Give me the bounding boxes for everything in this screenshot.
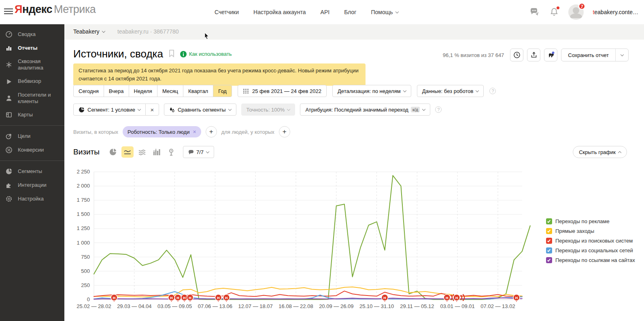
- legend-item-2[interactable]: Переходы из поисковых систем: [546, 238, 635, 244]
- how-to-use-link[interactable]: Как использовать: [180, 51, 232, 57]
- legend-label: Переходы по ссылкам на сайтах: [555, 257, 635, 263]
- legend-checkbox-icon[interactable]: [546, 238, 552, 244]
- account-name[interactable]: teabakery.conte…: [593, 9, 638, 15]
- chart-type-map-icon[interactable]: [165, 146, 177, 158]
- sidebar-item-target[interactable]: Цели: [0, 129, 64, 143]
- chart-type-line-icon[interactable]: [121, 146, 134, 158]
- chart-type-columns-icon[interactable]: [151, 146, 163, 158]
- sidebar-item-label: Сегменты: [18, 168, 42, 175]
- sidebar-item-snowflake[interactable]: Сквозная аналитика: [0, 55, 64, 75]
- sidebar-item-gear[interactable]: Настройка: [0, 192, 64, 206]
- attribution-notice-banner: Статистика за период до 14 октября 2021 …: [73, 63, 366, 86]
- accuracy-dropdown[interactable]: Точность: 100%: [241, 103, 295, 116]
- help-question-icon[interactable]: ?: [489, 88, 496, 94]
- sidebar-divider: [0, 160, 64, 161]
- attribution-help-icon[interactable]: ?: [435, 106, 442, 113]
- nav-item-3[interactable]: Блог: [344, 9, 356, 15]
- add-people-condition-button[interactable]: +: [279, 126, 290, 137]
- play-icon: [5, 78, 13, 85]
- detalization-label: Детализация: по неделям: [338, 88, 401, 94]
- legend-checkbox-icon[interactable]: [546, 218, 552, 224]
- bookmark-icon[interactable]: [168, 49, 175, 59]
- legend-checkbox-icon[interactable]: [546, 247, 552, 253]
- robotness-filter-chip[interactable]: Роботность: Только люди ×: [123, 126, 201, 137]
- period-button-2[interactable]: Неделя: [129, 85, 157, 97]
- notifications-bell-icon[interactable]: [549, 7, 559, 17]
- chart-annotation-pin[interactable]: Н: [175, 294, 181, 302]
- sidebar-item-speedometer[interactable]: Сводка: [0, 27, 64, 41]
- chart-type-pie-icon[interactable]: [107, 146, 119, 158]
- sidebar-item-label: Сквозная аналитика: [18, 58, 64, 72]
- chart-annotation-pin[interactable]: Н: [187, 294, 193, 302]
- y-tick-label: 0: [87, 296, 90, 302]
- logo-part-black: ндекс: [22, 3, 52, 15]
- data-mode-dropdown[interactable]: Данные: без роботов: [417, 85, 484, 97]
- metrics-counter-label: 7/7: [196, 149, 204, 155]
- legend-checkbox-icon[interactable]: [546, 257, 552, 263]
- nav-item-0[interactable]: Счетчики: [215, 9, 239, 15]
- svg-text:Н: Н: [225, 296, 228, 300]
- chart-annotation-pin[interactable]: Н: [513, 294, 520, 302]
- export-button[interactable]: [527, 49, 540, 61]
- history-clock-button[interactable]: [510, 49, 523, 61]
- x-tick-label: 20.09 — 26.09: [319, 303, 353, 309]
- period-button-3[interactable]: Месяц: [157, 85, 183, 97]
- sidebar-item-label: Посетители и клиенты: [18, 92, 64, 105]
- sidebar-item-layout[interactable]: Карты: [0, 108, 64, 122]
- nav-item-2[interactable]: API: [321, 9, 330, 15]
- period-button-1[interactable]: Вчера: [104, 85, 129, 97]
- chart-annotation-pin[interactable]: Н: [111, 294, 117, 302]
- chat-icon[interactable]: [529, 7, 540, 17]
- sidebar-item-pie[interactable]: Сегменты: [0, 165, 64, 178]
- save-report-dropdown[interactable]: [615, 49, 628, 61]
- visits-filter-prefix: Визиты, в которых: [73, 129, 118, 135]
- legend-item-3[interactable]: Переходы из социальных сетей: [546, 247, 635, 253]
- sidebar-item-play[interactable]: Вебвизор: [0, 75, 64, 89]
- nav-item-1[interactable]: Настройка аккаунта: [253, 9, 306, 15]
- x-tick-label: 29.03 — 04.04: [117, 303, 151, 309]
- period-button-5[interactable]: Год: [213, 85, 232, 97]
- legend-item-4[interactable]: Переходы по ссылкам на сайтах: [546, 257, 635, 263]
- sidebar-item-percent[interactable]: Конверсии: [0, 143, 64, 157]
- legend-item-0[interactable]: Переходы по рекламе: [546, 218, 635, 224]
- ai-assistant-button[interactable]: [544, 49, 557, 61]
- period-button-0[interactable]: Сегодня: [73, 85, 104, 97]
- save-report-button[interactable]: Сохранить отчет: [561, 49, 629, 61]
- visits-line-chart[interactable]: 02505007501 0001 2501 5001 7502 0002 250…: [72, 168, 541, 315]
- chart-type-stacked-icon[interactable]: [136, 146, 148, 158]
- hamburger-menu-icon[interactable]: [4, 7, 13, 14]
- series-line-0[interactable]: [94, 175, 530, 300]
- sidebar-item-puzzle[interactable]: Интеграции: [0, 178, 64, 192]
- svg-text:Н: Н: [176, 296, 179, 300]
- attribution-dropdown[interactable]: Атрибуция: Последний значимый переходк/д: [300, 103, 430, 116]
- hide-chart-button[interactable]: Скрыть график: [573, 146, 627, 158]
- chart-annotation-pin[interactable]: Н: [453, 294, 464, 302]
- segment-dropdown[interactable]: Сегмент: 1 условие: [73, 103, 146, 116]
- chart-annotation-pin[interactable]: Н: [382, 294, 388, 302]
- y-tick-label: 1 250: [77, 225, 90, 231]
- y-tick-label: 1 500: [77, 211, 90, 217]
- chart-annotation-pin[interactable]: Н: [215, 294, 221, 302]
- save-report-label: Сохранить отчет: [561, 49, 615, 61]
- sidebar-item-label: Сводка: [18, 31, 36, 38]
- chart-annotation-pin[interactable]: Н: [223, 294, 230, 302]
- app-logo[interactable]: ЯндексМетрика: [15, 3, 96, 16]
- sidebar-item-person[interactable]: Посетители и клиенты: [0, 89, 64, 108]
- metrics-counter-dropdown[interactable]: 7/7: [183, 146, 214, 158]
- nav-item-4[interactable]: Помощь: [371, 9, 398, 15]
- segment-clear-button[interactable]: ×: [145, 103, 159, 116]
- avatar[interactable]: 7: [568, 4, 584, 20]
- counter-selector[interactable]: Teabakery: [73, 28, 105, 35]
- sidebar-item-bar-chart[interactable]: Отчеты: [0, 41, 64, 55]
- legend-item-1[interactable]: Прямые заходы: [546, 228, 635, 234]
- add-visit-condition-button[interactable]: +: [206, 126, 217, 137]
- compare-segments-dropdown[interactable]: Сравнить сегменты: [164, 103, 236, 116]
- compare-label: Сравнить сегменты: [178, 107, 226, 113]
- detalization-dropdown[interactable]: Детализация: по неделям: [332, 85, 411, 97]
- chip-remove-icon[interactable]: ×: [193, 129, 196, 135]
- period-button-4[interactable]: Квартал: [183, 85, 213, 97]
- chart-annotation-pin[interactable]: Н: [168, 294, 175, 302]
- svg-text:Н: Н: [515, 296, 518, 300]
- date-range-button[interactable]: 25 фев 2021 — 24 фев 2022: [238, 85, 327, 97]
- legend-checkbox-icon[interactable]: [546, 228, 552, 234]
